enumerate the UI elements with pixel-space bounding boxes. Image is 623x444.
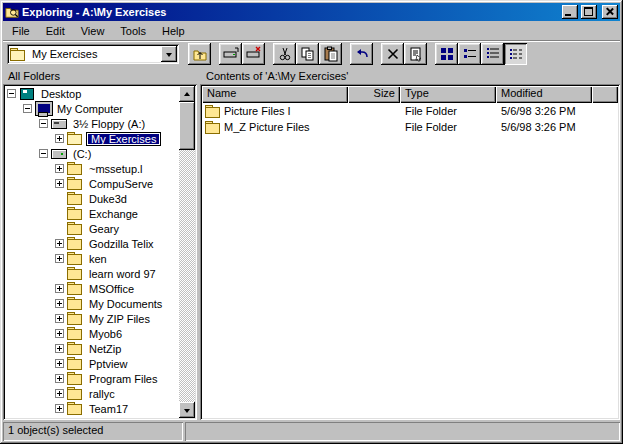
cut-button[interactable] — [273, 43, 296, 65]
view-details-button[interactable] — [504, 43, 527, 65]
copy-button[interactable] — [296, 43, 319, 65]
tree-expander[interactable] — [23, 104, 32, 113]
delete-button[interactable] — [381, 43, 404, 65]
tree-item-label[interactable]: NetZip — [86, 342, 124, 356]
tree-item[interactable]: NetZip — [5, 341, 179, 356]
titlebar[interactable]: Exploring - A:\My Exercises — [3, 3, 620, 21]
tree-item-label[interactable]: My Documents — [86, 297, 165, 311]
tree-item-label[interactable]: Godzilla Telix — [86, 237, 157, 251]
map-network-drive-button[interactable] — [219, 43, 242, 65]
close-button[interactable] — [602, 5, 618, 19]
tree-item[interactable]: Duke3d — [5, 191, 179, 206]
tree-expander[interactable] — [55, 269, 64, 278]
view-list-button[interactable] — [481, 43, 504, 65]
scroll-up-button[interactable] — [179, 86, 195, 102]
tree-expander[interactable] — [55, 179, 64, 188]
tree-scrollbar[interactable] — [179, 86, 195, 418]
tree-item[interactable]: My Documents — [5, 296, 179, 311]
tree-item-label[interactable]: (C:) — [70, 147, 94, 161]
view-small-icons-button[interactable] — [458, 43, 481, 65]
tree-item-label[interactable]: ~mssetup.l — [86, 162, 146, 176]
file-name-cell[interactable]: Picture Files I — [202, 105, 348, 118]
tree-item[interactable]: Geary — [5, 221, 179, 236]
tree-item-label[interactable]: MSOffice — [86, 282, 137, 296]
tree-expander[interactable] — [55, 209, 64, 218]
tree-item-label[interactable]: Exchange — [86, 207, 141, 221]
tree-expander[interactable] — [55, 359, 64, 368]
tree-expander[interactable] — [55, 164, 64, 173]
tree-expander[interactable] — [55, 134, 64, 143]
column-header[interactable]: Name — [202, 86, 348, 103]
tree-expander[interactable] — [55, 329, 64, 338]
tree-expander[interactable] — [39, 149, 48, 158]
tree-expander[interactable] — [55, 299, 64, 308]
properties-button[interactable] — [404, 43, 427, 65]
tree-expander[interactable] — [55, 374, 64, 383]
tree-item-label[interactable]: Geary — [86, 222, 122, 236]
tree-expander[interactable] — [55, 194, 64, 203]
explorer-app-icon[interactable] — [5, 5, 19, 19]
tree-expander[interactable] — [55, 224, 64, 233]
view-large-icons-button[interactable] — [435, 43, 458, 65]
scrollbar-track[interactable] — [179, 102, 195, 402]
tree-expander[interactable] — [55, 284, 64, 293]
tree-item-label[interactable]: learn word 97 — [86, 267, 159, 281]
up-one-level-button[interactable] — [188, 43, 211, 65]
tree-item[interactable]: (C:) — [5, 146, 179, 161]
column-header[interactable]: Type — [400, 86, 496, 103]
tree-item-label[interactable]: My ZIP Files — [86, 312, 153, 326]
maximize-button[interactable] — [581, 5, 597, 19]
tree-item[interactable]: MSOffice — [5, 281, 179, 296]
file-row[interactable]: Picture Files I File Folder 5/6/98 3:26 … — [202, 103, 618, 119]
column-header[interactable]: Modified — [496, 86, 592, 103]
tree-item-label[interactable]: My Exercises — [86, 132, 161, 146]
tree-item-label[interactable]: Team17 — [86, 402, 131, 416]
tree-item[interactable]: ~mssetup.l — [5, 161, 179, 176]
disconnect-network-drive-button[interactable] — [242, 43, 265, 65]
tree-expander[interactable] — [7, 89, 16, 98]
tree-item[interactable]: CompuServe — [5, 176, 179, 191]
tree-item[interactable]: My ZIP Files — [5, 311, 179, 326]
tree-expander[interactable] — [55, 389, 64, 398]
tree-item[interactable]: 3½ Floppy (A:) — [5, 116, 179, 131]
tree-expander[interactable] — [55, 254, 64, 263]
file-name-cell[interactable]: M_Z Picture Files — [202, 121, 348, 134]
menu-item[interactable]: View — [73, 23, 113, 39]
tree-expander[interactable] — [55, 404, 64, 413]
tree-item[interactable]: rallyc — [5, 386, 179, 401]
tree-expander[interactable] — [39, 119, 48, 128]
file-row[interactable]: M_Z Picture Files File Folder 5/6/98 3:2… — [202, 119, 618, 135]
tree-item-label[interactable]: Program Files — [86, 372, 160, 386]
scroll-down-button[interactable] — [179, 402, 195, 418]
tree-item[interactable]: My Exercises — [5, 131, 179, 146]
tree-item[interactable]: Pptview — [5, 356, 179, 371]
paste-button[interactable] — [319, 43, 342, 65]
address-combo[interactable]: My Exercises — [7, 44, 179, 64]
minimize-button[interactable] — [562, 5, 578, 19]
tree-expander[interactable] — [55, 344, 64, 353]
tree-item-label[interactable]: 3½ Floppy (A:) — [70, 117, 148, 131]
menu-item[interactable]: Tools — [112, 23, 154, 39]
menu-item[interactable]: Help — [154, 23, 193, 39]
tree-item-label[interactable]: Pptview — [86, 357, 131, 371]
tree-item[interactable]: Team17 — [5, 401, 179, 416]
menu-item[interactable]: File — [4, 23, 38, 39]
tree-item-label[interactable]: Duke3d — [86, 192, 130, 206]
tree-item[interactable]: Program Files — [5, 371, 179, 386]
tree-expander[interactable] — [55, 314, 64, 323]
tree-item[interactable]: Myob6 — [5, 326, 179, 341]
menu-item[interactable]: Edit — [38, 23, 73, 39]
tree-item-label[interactable]: My Computer — [54, 102, 126, 116]
tree-expander[interactable] — [55, 239, 64, 248]
scrollbar-thumb[interactable] — [179, 102, 195, 150]
tree-item-label[interactable]: Myob6 — [86, 327, 125, 341]
tree-item[interactable]: Exchange — [5, 206, 179, 221]
column-header[interactable]: Size — [348, 86, 400, 103]
tree-item[interactable]: Godzilla Telix — [5, 236, 179, 251]
tree-item-label[interactable]: CompuServe — [86, 177, 156, 191]
undo-button[interactable] — [350, 43, 373, 65]
tree-item-label[interactable]: rallyc — [86, 387, 118, 401]
tree-item[interactable]: learn word 97 — [5, 266, 179, 281]
tree-item[interactable]: Desktop — [5, 86, 179, 101]
tree-item-label[interactable]: Desktop — [38, 87, 84, 101]
